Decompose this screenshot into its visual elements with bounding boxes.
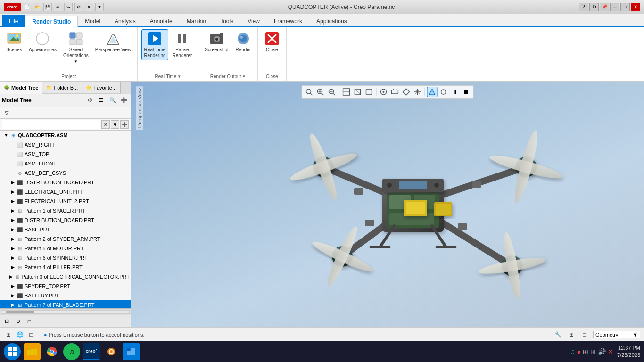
real-time-group-label[interactable]: Real-Time ▼ <box>141 73 194 79</box>
tab-file[interactable]: File <box>2 15 25 26</box>
tree-columns-btn[interactable]: ☰ <box>97 96 106 105</box>
viewport[interactable]: Perspective View <box>131 82 644 327</box>
tray-icon-3[interactable]: ⊞ <box>583 348 588 355</box>
tree-item-dist-board[interactable]: ▶ ⬛ DISTRIBUTION_BOARD.PRT <box>0 178 131 187</box>
tree-item-pattern-spacer[interactable]: ▶ ⊞ Pattern 1 of SPACER.PRT <box>0 206 131 215</box>
pin-btn[interactable]: 📌 <box>600 3 609 11</box>
tree-item-elec-unit2[interactable]: ▶ ⬛ ELECTRICAL_UNIT_2.PRT <box>0 197 131 206</box>
tab-applications[interactable]: Applications <box>309 15 354 26</box>
tree-add-btn[interactable]: ➕ <box>119 96 129 105</box>
appearances-btn[interactable]: Appearances <box>26 29 59 55</box>
pattern-motor-icon: ⊞ <box>16 245 24 252</box>
status-right-icon2[interactable]: ⊞ <box>567 330 576 339</box>
perspective-view-btn[interactable]: Perspective View <box>93 29 134 55</box>
saved-orientations-btn[interactable]: Saved Orientations ▼ <box>61 29 91 66</box>
geometry-dropdown[interactable]: Geometry ▼ <box>593 331 640 338</box>
close-btn[interactable]: ✕ <box>631 3 640 11</box>
tree-item-pattern-fan[interactable]: ▶ ⊞ Pattern 7 of FAN_BLADE.PRT <box>0 300 131 308</box>
quick-access-dropdown[interactable]: ▼ <box>95 3 104 11</box>
quick-access-5[interactable]: ⚙ <box>74 3 83 11</box>
tree-item-root[interactable]: ▼ ⊞ QUADCOPTER.ASM <box>0 131 131 140</box>
tree-item-asm-top[interactable]: ⬜ ASM_TOP <box>0 149 131 159</box>
tree-item-base[interactable]: ▶ ⬛ BASE.PRT <box>0 225 131 234</box>
tray-close-icon[interactable]: ✕ <box>608 348 613 355</box>
status-icon1[interactable]: ⊞ <box>4 330 13 339</box>
tab-manikin[interactable]: Manikin <box>180 15 213 26</box>
volume-icon[interactable]: 🔊 <box>598 348 606 355</box>
tray-icon-red[interactable]: ● <box>577 348 581 355</box>
taskbar-file-explorer[interactable] <box>24 343 41 360</box>
tab-annotate[interactable]: Annotate <box>143 15 180 26</box>
tree-item-pattern-spinner[interactable]: ▶ ⊞ Pattern 6 of SPINNER.PRT <box>0 253 131 263</box>
tab-render-studio[interactable]: Render Studio <box>25 16 78 27</box>
tree-search-clear[interactable]: ✕ <box>101 120 110 129</box>
taskbar-chrome[interactable] <box>43 343 60 360</box>
render-btn[interactable]: Render <box>233 29 254 55</box>
taskbar-blender[interactable] <box>103 343 120 360</box>
status-icon3[interactable]: □ <box>26 330 36 339</box>
tray-icon-4[interactable]: ⊞ <box>590 348 596 355</box>
root-expand-icon[interactable]: ▼ <box>3 132 9 139</box>
status-right-icon3[interactable]: □ <box>580 330 589 339</box>
quick-access-new[interactable]: 📄 <box>23 3 31 11</box>
appearances-icon <box>35 31 50 46</box>
hscroll-track[interactable] <box>1 310 130 314</box>
settings-btn[interactable]: ⚙ <box>589 3 599 11</box>
minimize-btn[interactable]: ─ <box>610 3 619 11</box>
help-btn[interactable]: ? <box>579 3 588 11</box>
start-button[interactable] <box>4 343 21 360</box>
close-group-label[interactable]: Close <box>262 73 282 79</box>
pause-renderer-btn[interactable]: Pause Renderer <box>170 29 195 60</box>
tab-framework[interactable]: Framework <box>267 15 309 26</box>
tree-item-spyder-top[interactable]: ▶ ⬛ SPYDER_TOP.PRT <box>0 281 131 291</box>
tree-item-asm-right[interactable]: ⬜ ASM_RIGHT <box>0 140 131 149</box>
tree-item-pattern-spyder[interactable]: ▶ ⊞ Pattern 2 of SPYDER_ARM.PRT <box>0 234 131 244</box>
screenshot-btn[interactable]: Screenshot <box>202 29 231 55</box>
quick-access-save[interactable]: 💾 <box>43 3 52 11</box>
tree-item-asm-csys[interactable]: ⊕ ASM_DEF_CSYS <box>0 168 131 178</box>
tree-search-dropdown[interactable]: ▼ <box>111 120 119 129</box>
maximize-btn[interactable]: □ <box>620 3 630 11</box>
tree-item-pattern-elec-conn[interactable]: ▶ ⊞ Pattern 3 of ELECTRICAL_CONNECTOR.PR… <box>0 272 131 281</box>
taskbar-spotify[interactable]: ♫ <box>63 343 80 360</box>
panel-bottom-icon1[interactable]: ⊞ <box>2 317 11 326</box>
tab-tools[interactable]: Tools <box>213 15 240 26</box>
tree-hscroll[interactable] <box>0 308 131 315</box>
taskbar-file-mgr[interactable] <box>123 343 140 360</box>
quick-access-open[interactable]: 📂 <box>33 3 41 11</box>
tree-search-input[interactable] <box>2 120 100 129</box>
render-output-group-label[interactable]: Render Output ▼ <box>202 73 254 79</box>
tab-model-tree[interactable]: 🌳 Model Tree <box>0 82 42 94</box>
title-text: QUADCOPTER (Active) - Creo Parametric <box>104 4 579 10</box>
tree-item-asm-front[interactable]: ⬜ ASM_FRONT <box>0 159 131 168</box>
filter-icon-btn[interactable]: ▽ <box>2 108 11 117</box>
system-clock[interactable]: 12:37 PM 7/23/2023 <box>617 345 640 359</box>
tree-item-battery[interactable]: ▶ ⬛ BATTERY.PRT <box>0 291 131 300</box>
tree-item-elec-unit[interactable]: ▶ ⬛ ELECTRICAL_UNIT.PRT <box>0 187 131 197</box>
tree-settings-btn[interactable]: ⚙ <box>85 96 95 105</box>
scenes-btn[interactable]: Scenes <box>4 29 25 55</box>
tree-search-add[interactable]: ➕ <box>120 120 129 129</box>
quick-access-redo[interactable]: ↪ <box>64 3 73 11</box>
tab-model[interactable]: Model <box>78 15 107 26</box>
taskbar-creo[interactable]: creo° <box>83 343 100 360</box>
tree-item-dist-board2[interactable]: ▶ ⬛ DISTRIBUTION_BOARD.PRT <box>0 215 131 225</box>
tab-favorites[interactable]: ⭐ Favorite... <box>82 82 121 94</box>
close-render-btn[interactable]: Close <box>262 29 282 55</box>
tree-item-pattern-motor[interactable]: ▶ ⊞ Pattern 5 of MOTOR.PRT <box>0 244 131 253</box>
status-right-icon1[interactable]: 🔧 <box>553 330 563 339</box>
tab-folder-browser[interactable]: 📁 Folder B... <box>42 82 82 94</box>
spotify-tray-icon[interactable]: ♫ <box>570 348 575 355</box>
tree-filter-btn[interactable]: 🔍 <box>108 96 117 105</box>
hscroll-thumb[interactable] <box>6 311 34 313</box>
tab-view[interactable]: View <box>240 15 267 26</box>
tree-item-pattern-piller[interactable]: ▶ ⊞ Pattern 4 of PILLER.PRT <box>0 263 131 272</box>
quick-access-close[interactable]: ✕ <box>85 3 93 11</box>
project-group-label[interactable]: Project <box>4 73 133 79</box>
panel-bottom-icon3[interactable]: □ <box>25 317 34 326</box>
status-icon2[interactable]: 🌐 <box>15 330 25 339</box>
panel-bottom-icon2[interactable]: ⊕ <box>13 317 23 326</box>
real-time-rendering-btn[interactable]: Real-Time Rendering <box>141 29 168 60</box>
tab-analysis[interactable]: Analysis <box>107 15 143 26</box>
quick-access-undo[interactable]: ↩ <box>54 3 62 11</box>
